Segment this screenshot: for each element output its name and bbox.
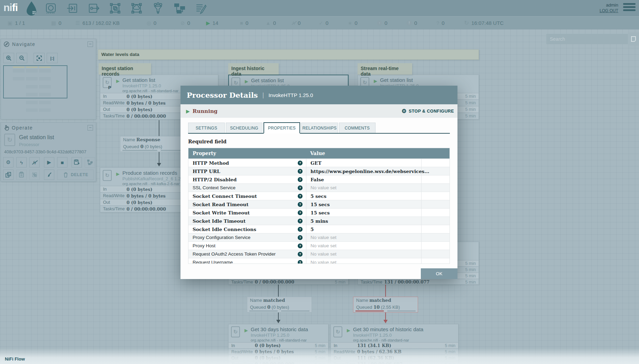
tab-properties[interactable]: PROPERTIES	[263, 122, 300, 134]
properties-table: Property Value HTTP Method?GET HTTP URL?…	[188, 148, 450, 264]
zoom-fit-button[interactable]	[34, 53, 45, 63]
tab-settings[interactable]: SETTINGS	[188, 123, 225, 133]
drag-output-port-icon[interactable]	[88, 2, 100, 14]
property-row[interactable]: Proxy Configuration Service?No value set	[188, 233, 450, 241]
gear-icon: ⚙	[401, 108, 407, 114]
help-icon[interactable]: ?	[298, 260, 303, 264]
tab-comments[interactable]: COMMENTS	[339, 123, 376, 133]
property-row[interactable]: HTTP URL?https://www.pegelonline.wsv.de/…	[188, 167, 450, 175]
canvas-label-text: Water levels data	[101, 52, 139, 57]
connection-label-matched-1[interactable]: Name matched Queued 0 (0 bytes)	[247, 297, 312, 313]
help-icon[interactable]: ?	[298, 169, 303, 174]
property-row[interactable]: Request OAuth2 Access Token Provider?No …	[188, 250, 450, 258]
help-icon[interactable]: ?	[298, 243, 303, 248]
status-transmitting: ◎0	[147, 16, 156, 29]
start-button[interactable]: ▶	[44, 157, 54, 167]
enable-button[interactable]: ϟ	[16, 157, 27, 167]
upload-template-button[interactable]	[85, 157, 95, 167]
copy-button[interactable]	[3, 170, 13, 180]
drag-process-group-icon[interactable]	[109, 2, 121, 14]
table-body[interactable]: HTTP Method?GET HTTP URL?https://www.peg…	[188, 159, 450, 264]
up-to-date-icon: ✓	[319, 20, 323, 26]
canvas-label-ingest-historic-data[interactable]: Ingest historic data	[228, 63, 279, 75]
drag-label-icon[interactable]	[195, 2, 207, 14]
property-row[interactable]: Socket Write Timeout?15 secs	[188, 208, 450, 217]
column-property: Property	[188, 151, 306, 156]
stat-label: Tasks/Time	[231, 280, 255, 285]
canvas-label-stream-real-time-data[interactable]: Stream real-time data	[358, 63, 412, 75]
help-icon[interactable]: ?	[298, 202, 303, 207]
collapse-navigate-button[interactable]: –	[87, 41, 93, 47]
threads-icon: ▦	[51, 20, 56, 26]
drag-input-port-icon[interactable]	[66, 2, 78, 14]
global-menu-icon[interactable]	[623, 3, 636, 12]
help-icon[interactable]: ?	[298, 235, 303, 240]
property-name: Request Username	[193, 260, 296, 264]
navigate-header[interactable]: Navigate –	[1, 39, 96, 49]
ok-button[interactable]: OK	[421, 268, 457, 279]
search-input[interactable]	[546, 34, 628, 44]
status-locally-modified-count: ∗0	[348, 16, 358, 29]
help-icon[interactable]: ?	[298, 210, 303, 215]
logout-link[interactable]: LOG OUT	[570, 8, 618, 13]
processor-name: Get 30 days historic data	[251, 326, 308, 332]
delete-button[interactable]: DELETE	[57, 170, 94, 180]
property-name: HTTP Method	[193, 160, 296, 166]
primary-node-badge: P	[108, 85, 111, 90]
collapse-operate-button[interactable]: –	[87, 125, 93, 131]
property-row[interactable]: Socket Connect Timeout?5 secs	[188, 192, 450, 200]
property-row[interactable]: HTTP/2 Disabled?False	[188, 175, 450, 183]
zoom-actual-size-button[interactable]: |:|	[47, 53, 58, 63]
property-row[interactable]: Request Username?No value set	[188, 258, 450, 264]
drag-processor-icon[interactable]	[45, 2, 57, 14]
stop-button[interactable]: ■	[57, 157, 67, 167]
group-button[interactable]	[29, 170, 40, 180]
connection-line[interactable]	[159, 152, 159, 163]
help-icon[interactable]: ?	[298, 177, 303, 182]
disable-button[interactable]: ϟ	[29, 157, 40, 167]
not-transmitting-icon: ⊘	[180, 20, 185, 26]
create-template-button[interactable]	[72, 157, 82, 167]
change-color-button[interactable]	[44, 170, 54, 180]
configure-button[interactable]: ⚙	[3, 157, 13, 167]
help-icon[interactable]: ?	[298, 185, 303, 190]
bulletin-board-button[interactable]	[628, 32, 639, 46]
canvas-label-water-levels[interactable]: Water levels data	[98, 49, 479, 60]
help-icon[interactable]: ?	[298, 252, 303, 257]
help-icon[interactable]: ?	[298, 161, 303, 165]
property-row[interactable]: Socket Idle Timeout?5 mins	[188, 217, 450, 225]
operate-header[interactable]: Operate –	[1, 123, 96, 133]
canvas-label-ingest-station-records[interactable]: Ingest station records	[99, 63, 151, 75]
connection-label-matched-2[interactable]: Name matched Queued 10 (2.55 KB)	[353, 297, 418, 313]
property-row[interactable]: Socket Read Timeout?15 secs	[188, 200, 450, 208]
drag-remote-process-group-icon[interactable]	[131, 2, 142, 14]
stat-value: 0 (0 bytes)	[255, 343, 311, 348]
zoom-out-button[interactable]	[16, 53, 27, 63]
property-row[interactable]: Socket Idle Connections?5	[188, 225, 450, 233]
help-icon[interactable]: ?	[298, 227, 303, 232]
status-active-threads: ▦0	[51, 16, 62, 29]
stop-and-configure-button[interactable]: ⚙ STOP & CONFIGURE	[401, 108, 454, 114]
zoom-in-button[interactable]	[3, 53, 14, 63]
processor-name: Get station list	[380, 77, 413, 83]
tab-relationships[interactable]: RELATIONSHIPS	[301, 123, 338, 133]
title-separator: |	[262, 92, 264, 99]
drag-funnel-icon[interactable]	[152, 2, 164, 14]
refresh-icon[interactable]: ↻	[464, 20, 469, 26]
property-row[interactable]: HTTP Method?GET	[188, 159, 450, 167]
help-icon[interactable]: ?	[298, 219, 303, 223]
connection-line[interactable]	[159, 120, 159, 136]
backpressure-bars	[355, 310, 416, 312]
stat-window: 5 min	[461, 280, 476, 285]
property-row[interactable]: SSL Context Service?No value set	[188, 183, 450, 192]
stat-label: Tasks/Time	[103, 207, 127, 211]
stat-label: In	[103, 187, 127, 192]
property-value: No value set	[311, 243, 336, 248]
breadcrumb[interactable]: NiFi Flow	[5, 356, 25, 362]
help-icon[interactable]: ?	[298, 194, 303, 199]
drag-template-icon[interactable]	[174, 2, 185, 14]
tab-scheduling[interactable]: SCHEDULING	[226, 123, 262, 133]
paste-button[interactable]	[16, 170, 27, 180]
property-row[interactable]: Proxy Host?No value set	[188, 241, 450, 250]
operate-title: Operate	[12, 125, 33, 131]
